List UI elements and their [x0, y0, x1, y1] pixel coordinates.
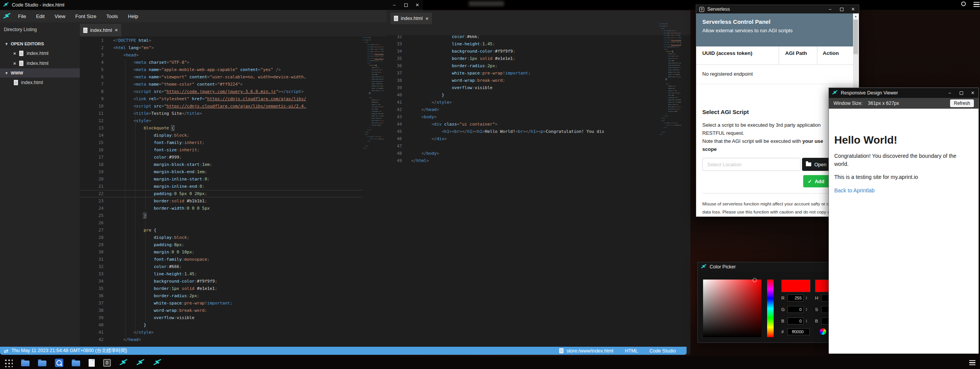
green-value-input[interactable] [787, 306, 804, 313]
sidebar-item-index.html[interactable]: ✕index.html [0, 48, 80, 58]
sidebar-section-open-editors[interactable]: ▼OPEN EDITORS [0, 39, 80, 48]
code-line: 18 margin-block-start:1em; [80, 161, 362, 168]
code-line: 30 margin:0 0 10px; [80, 248, 362, 256]
code-line: 48 </body> [387, 150, 659, 157]
chevron-down-icon: ▼ [5, 42, 8, 46]
window-title: Code Studio - index.html [12, 2, 64, 8]
code-line: 31 font-family:monospace; [80, 256, 362, 263]
close-icon[interactable]: ✕ [13, 61, 16, 66]
folder-icon[interactable] [21, 359, 30, 366]
color-wheel-icon[interactable] [820, 328, 826, 335]
file-icon [83, 28, 87, 33]
saturation-marker[interactable] [753, 278, 757, 282]
agi-script-location-input[interactable] [702, 158, 800, 171]
folder-icon[interactable] [38, 359, 46, 366]
stepper-icon[interactable]: ▴▾ [806, 319, 807, 323]
code-line: 16 font-size:inherit; [80, 146, 362, 154]
preview-page: Hello World! Congratulation! You discove… [829, 109, 978, 354]
sidebar-header: Directory Listing [0, 22, 80, 32]
scroll-up-icon[interactable]: ▲ [853, 13, 858, 19]
hex-value-input[interactable] [787, 328, 810, 335]
code-editor[interactable]: 1<!DOCTYPE html>2<html lang="en">3 <head… [80, 37, 362, 343]
close-tab-icon[interactable]: ✕ [425, 17, 428, 21]
code-line: 24 border-width:0 0 0 5px [80, 205, 362, 212]
minimize-button[interactable]: – [827, 7, 833, 12]
code-studio-icon[interactable] [119, 358, 128, 368]
code-line: 10 <script src="https://cdnjs.cloudflare… [80, 103, 362, 110]
code-line: 17 color:#999; [80, 154, 362, 161]
system-menu-icon[interactable] [973, 2, 980, 7]
menu-edit[interactable]: Edit [31, 10, 49, 22]
close-button[interactable]: ✕ [970, 90, 975, 96]
sidebar-section-www[interactable]: ▼WWW [0, 68, 80, 78]
close-icon[interactable]: ✕ [13, 51, 16, 56]
section-title: Select AGI Script [702, 109, 749, 115]
close-tab-icon[interactable]: ✕ [115, 28, 118, 32]
code-line: 12 <style> [80, 117, 362, 124]
close-button[interactable]: ✕ [850, 7, 856, 12]
code-line: 38 word-wrap:break-word; [80, 307, 362, 314]
minimap[interactable]: <!DOCTYPE html><html lang="en"> <head> <… [659, 23, 681, 137]
loading-ring-icon [961, 2, 966, 6]
saturation-field[interactable] [703, 280, 761, 337]
code-studio-icon[interactable] [136, 358, 145, 368]
column-header-action: Action [823, 50, 839, 56]
menu-tools[interactable]: Tools [101, 10, 123, 22]
folder-icon[interactable] [72, 359, 80, 366]
title-bar[interactable]: 0 Serverless – ✕ [696, 5, 859, 13]
minimize-button[interactable]: – [392, 2, 397, 8]
stepper-icon[interactable]: ▴▾ [806, 296, 807, 300]
red-value-input[interactable] [787, 295, 804, 301]
code-line: 6 <meta name="viewport" content="user-sc… [80, 73, 362, 81]
menu-help[interactable]: Help [123, 10, 143, 22]
hue-slider[interactable] [767, 280, 774, 337]
file-icon [559, 348, 563, 353]
menu-file[interactable]: File [13, 10, 31, 22]
code-line: 46 </div> [387, 135, 659, 142]
blue-value-input[interactable] [787, 318, 804, 324]
hex-label: # [781, 329, 785, 334]
sidebar-item-index.html[interactable]: index.html [0, 78, 80, 88]
menu-font-size[interactable]: Font Size [70, 10, 101, 22]
title-bar[interactable]: Code Studio - index.html – ✕ [0, 0, 423, 10]
code-line: 25 } [80, 212, 362, 219]
code-line: </html> [659, 134, 681, 136]
refresh-button[interactable]: Refresh [950, 99, 974, 107]
app-grid-icon[interactable] [4, 358, 13, 367]
code-line: 19 margin-block-end:1em; [80, 168, 362, 175]
menu-view[interactable]: View [49, 10, 70, 22]
maximize-button[interactable] [839, 7, 844, 12]
minimap[interactable]: <!DOCTYPE html><html lang="en"> <head> <… [362, 37, 384, 151]
tab-index-html[interactable]: index.html ✕ [80, 24, 121, 36]
code-studio-window-right: index.html ✕ 32 color:#666;33 line-heigh… [387, 10, 690, 355]
code-line: 32 color:#666; [80, 263, 362, 270]
stepper-icon[interactable]: ▴▾ [806, 308, 807, 311]
close-button[interactable]: ✕ [415, 2, 420, 8]
maximize-button[interactable] [403, 2, 408, 8]
field-label-b2: B [815, 319, 819, 323]
code-line: 41 </style> [387, 99, 659, 106]
code-studio-icon[interactable] [153, 358, 161, 368]
code-line: 36 border-radius:2px; [80, 292, 362, 300]
code-line: 7 <meta name="theme-color" content="#ff9… [80, 81, 362, 88]
preview-paragraph: This is a testing site for my.aprint.io [834, 174, 918, 180]
file-icon [394, 16, 398, 21]
maximize-button[interactable] [959, 90, 964, 96]
serverless-icon[interactable]: 0 [103, 359, 111, 367]
tab-index-html[interactable]: index.html ✕ [390, 13, 432, 24]
code-studio-logo-icon [3, 2, 9, 8]
code-line: 2<html lang="en"> [80, 44, 362, 51]
code-line: 21 margin-inline-end:0; [80, 183, 362, 190]
check-icon: ✓ [808, 179, 812, 184]
title-bar[interactable]: Responsive Design Viewer – ✕ [829, 88, 978, 98]
document-icon[interactable] [89, 359, 95, 367]
minimize-button[interactable]: – [947, 90, 952, 96]
code-editor[interactable]: 32 color:#666;33 line-height:1.45;34 bac… [387, 35, 659, 344]
tab-strip: index.html ✕ [80, 22, 423, 36]
sidebar-item-index.html[interactable]: ✕index.html [0, 58, 80, 68]
taskbar-menu-icon[interactable] [969, 360, 975, 365]
status-language[interactable]: HTML [625, 348, 638, 354]
back-to-aprintlab-link[interactable]: Back to Aprintlab [834, 187, 875, 194]
scrollbar-thumb[interactable] [853, 20, 858, 54]
camera-icon[interactable] [55, 359, 63, 367]
